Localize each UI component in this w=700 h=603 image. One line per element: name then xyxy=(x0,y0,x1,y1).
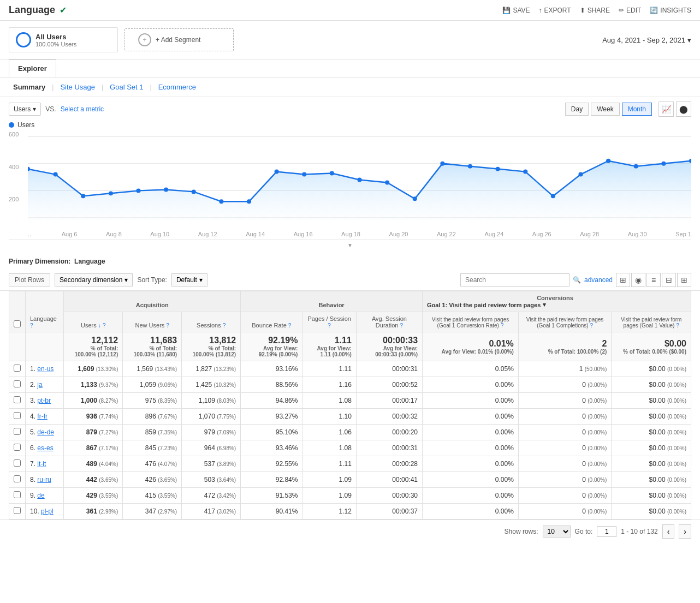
row-lang-link-4[interactable]: de-de xyxy=(37,428,54,436)
explorer-tab[interactable]: Explorer xyxy=(9,59,56,77)
row-lang-link-2[interactable]: pt-br xyxy=(37,397,51,404)
row-checkbox-5[interactable] xyxy=(14,444,21,451)
row-lang-link-0[interactable]: en-us xyxy=(37,365,54,373)
row-checkbox-cell-8[interactable] xyxy=(9,488,26,504)
row-checkbox-cell-3[interactable] xyxy=(9,409,26,425)
help-icon[interactable]: ? xyxy=(30,323,33,329)
users-help-icon[interactable]: ? xyxy=(103,323,106,329)
goal-dropdown[interactable]: Goal 1: Visit the paid review form pages… xyxy=(427,301,686,308)
row-checkbox-2[interactable] xyxy=(14,396,21,403)
table-row: 10. pl-pl 361 (2.98%) 347 (2.97%) 417 (3… xyxy=(9,504,691,520)
list-view-icon[interactable]: ≡ xyxy=(646,273,661,287)
row-conv-rate-cell-5: 0.00% xyxy=(423,440,519,456)
value-help-icon[interactable]: ? xyxy=(676,323,679,329)
select-all-checkbox-header[interactable] xyxy=(9,291,26,332)
day-button[interactable]: Day xyxy=(565,103,589,116)
sort-type-button[interactable]: Default ▾ xyxy=(171,273,207,286)
pie-chart-icon[interactable]: ⬤ xyxy=(676,102,691,117)
row-avg-session-cell-8: 00:00:30 xyxy=(356,488,422,504)
row-pages-cell-5: 1.08 xyxy=(302,440,356,456)
conv-rate-help-icon[interactable]: ? xyxy=(501,323,504,329)
chart-collapse-icon[interactable]: ▼ xyxy=(347,242,353,248)
table-row: 6. es-es 867 (7.17%) 845 (7.23%) 964 (6.… xyxy=(9,440,691,456)
metric-controls: Users ▾ VS. Select a metric xyxy=(9,103,104,116)
sessions-help-icon[interactable]: ? xyxy=(223,323,226,329)
row-value-cell-1: $0.00 (0.00%) xyxy=(612,377,691,393)
row-checkbox-7[interactable] xyxy=(14,475,21,482)
row-users-cell-0: 1,609 (13.30%) xyxy=(64,361,123,377)
sub-tab-goal-set[interactable]: Goal Set 1 xyxy=(105,81,147,93)
line-chart-icon[interactable]: 📈 xyxy=(659,102,674,117)
users-col-header: Users ↓ ? xyxy=(64,312,123,332)
row-checkbox-cell-2[interactable] xyxy=(9,393,26,409)
row-checkbox-1[interactable] xyxy=(14,380,21,387)
pie-view-icon[interactable]: ◉ xyxy=(631,273,645,287)
compare-view-icon[interactable]: ⊟ xyxy=(662,273,676,287)
totals-new-users-cell: 11,683 % of Total: 100.03% (11,680) xyxy=(123,332,182,361)
row-conv-rate-cell-1: 0.00% xyxy=(423,377,519,393)
row-lang-link-9[interactable]: pl-pl xyxy=(41,508,54,515)
row-checkbox-cell-4[interactable] xyxy=(9,425,26,440)
add-segment-button[interactable]: + + Add Segment xyxy=(124,28,234,51)
pages-help-icon[interactable]: ? xyxy=(328,323,331,329)
select-metric-link[interactable]: Select a metric xyxy=(61,105,104,113)
completions-help-icon[interactable]: ? xyxy=(590,323,593,329)
svg-point-10 xyxy=(192,189,196,194)
row-lang-link-8[interactable]: de xyxy=(37,492,44,499)
row-lang-cell-5: 6. es-es xyxy=(26,440,64,456)
select-all-checkbox[interactable] xyxy=(14,320,21,327)
goto-input[interactable] xyxy=(597,526,616,537)
export-button[interactable]: ↑ EXPORT xyxy=(539,7,571,14)
table-row: 3. pt-br 1,000 (8.27%) 975 (8.35%) 1,109… xyxy=(9,393,691,409)
week-button[interactable]: Week xyxy=(591,103,619,116)
save-button[interactable]: 💾 SAVE xyxy=(502,7,530,14)
sub-tab-ecommerce[interactable]: Ecommerce xyxy=(154,81,200,93)
advanced-link[interactable]: advanced xyxy=(584,276,613,284)
search-input[interactable] xyxy=(460,273,570,286)
row-checkbox-4[interactable] xyxy=(14,428,21,435)
share-button[interactable]: ⬆ SHARE xyxy=(580,7,610,14)
date-range-picker[interactable]: Aug 4, 2021 - Sep 2, 2021 ▾ xyxy=(602,36,691,44)
avg-session-help-icon[interactable]: ? xyxy=(400,323,403,329)
row-checkbox-cell-1[interactable] xyxy=(9,377,26,393)
row-checkbox-cell-5[interactable] xyxy=(9,440,26,456)
edit-button[interactable]: ✏ EDIT xyxy=(619,7,641,14)
x-label-aug16: Aug 16 xyxy=(294,231,313,237)
row-checkbox-9[interactable] xyxy=(14,507,21,514)
metric-dropdown[interactable]: Users ▾ xyxy=(9,103,41,116)
row-new-users-cell-2: 975 (8.35%) xyxy=(123,393,182,409)
row-checkbox-6[interactable] xyxy=(14,459,21,467)
secondary-dim-chevron-icon: ▾ xyxy=(124,276,128,284)
row-lang-link-7[interactable]: ru-ru xyxy=(37,476,51,483)
month-button[interactable]: Month xyxy=(622,103,652,116)
insights-button[interactable]: 🔄 INSIGHTS xyxy=(650,7,691,14)
row-checkbox-8[interactable] xyxy=(14,491,21,498)
secondary-dimension-button[interactable]: Secondary dimension ▾ xyxy=(55,273,133,286)
prev-page-button[interactable]: ‹ xyxy=(662,524,675,539)
svg-point-18 xyxy=(413,196,417,201)
sub-tab-site-usage[interactable]: Site Usage xyxy=(56,81,99,93)
grid-view-icon[interactable]: ⊞ xyxy=(616,273,630,287)
row-checkbox-cell-6[interactable] xyxy=(9,456,26,472)
row-lang-link-5[interactable]: es-es xyxy=(37,444,53,452)
bounce-help-icon[interactable]: ? xyxy=(288,323,292,329)
row-checkbox-cell-9[interactable] xyxy=(9,504,26,520)
sub-tab-summary[interactable]: Summary xyxy=(9,81,50,93)
row-avg-session-cell-1: 00:00:52 xyxy=(356,377,422,393)
row-lang-link-3[interactable]: fr-fr xyxy=(37,413,48,420)
totals-completions-cell: 2 % of Total: 100.00% (2) xyxy=(518,332,611,361)
sort-arrow-icon: ↓ xyxy=(98,323,101,329)
row-new-users-cell-1: 1,059 (9.06%) xyxy=(123,377,182,393)
row-checkbox-cell-0[interactable] xyxy=(9,361,26,377)
row-lang-link-1[interactable]: ja xyxy=(37,381,42,389)
new-users-help-icon[interactable]: ? xyxy=(166,323,169,329)
next-page-button[interactable]: › xyxy=(679,524,691,539)
row-checkbox-cell-7[interactable] xyxy=(9,472,26,488)
row-lang-link-6[interactable]: it-it xyxy=(37,460,46,468)
row-checkbox-3[interactable] xyxy=(14,412,21,419)
row-checkbox-0[interactable] xyxy=(14,365,21,372)
plot-rows-button[interactable]: Plot Rows xyxy=(9,273,50,286)
all-users-segment[interactable]: All Users 100.00% Users xyxy=(9,27,118,52)
pivot-view-icon[interactable]: ⊞ xyxy=(677,273,691,287)
rows-select[interactable]: 10 25 50 100 xyxy=(543,526,571,538)
